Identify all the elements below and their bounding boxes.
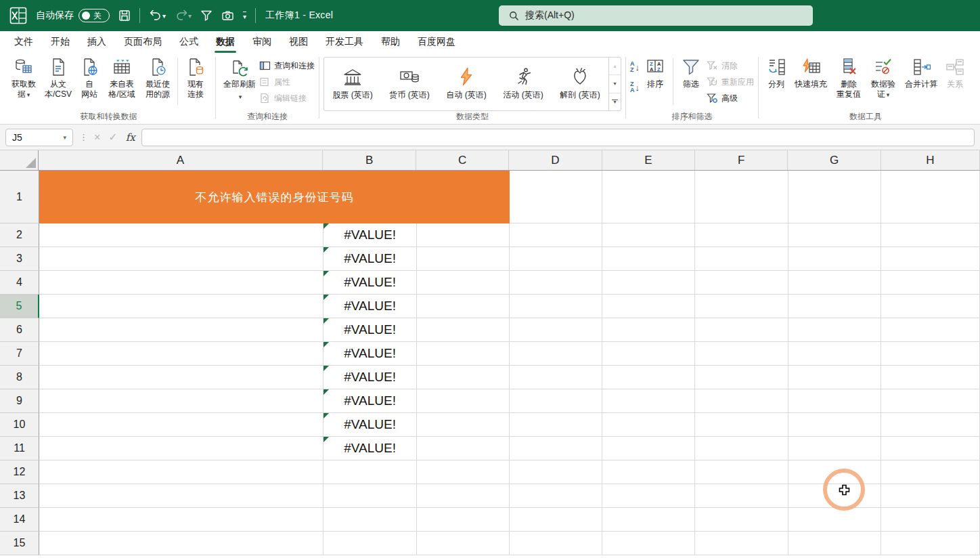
cell-H7[interactable] (881, 342, 980, 366)
text-to-columns-button[interactable]: 分列 (763, 56, 790, 89)
cell-A2[interactable] (39, 223, 324, 247)
data-type-activity[interactable]: 活动 (英语) (495, 58, 552, 110)
queries-connections-button[interactable]: 查询和连接 (259, 60, 315, 72)
cell-F10[interactable] (695, 413, 788, 437)
tab-baidu-netdisk[interactable]: 百度网盘 (409, 31, 464, 53)
cell-H1[interactable] (881, 171, 980, 223)
tab-formulas[interactable]: 公式 (171, 31, 207, 53)
cell-D8[interactable] (510, 366, 602, 389)
row-header-15[interactable]: 15 (0, 532, 39, 555)
cell-G13[interactable] (788, 484, 881, 508)
cell-F6[interactable] (695, 318, 788, 342)
row-header-13[interactable]: 13 (0, 484, 39, 508)
cell-E8[interactable] (602, 366, 695, 389)
refresh-all-button[interactable]: 全部刷新 ▾ (220, 56, 259, 102)
data-type-automatic[interactable]: 自动 (英语) (438, 58, 495, 110)
redo-button[interactable]: ▾ (175, 9, 192, 22)
cell-C5[interactable] (417, 295, 510, 318)
cell-C6[interactable] (417, 318, 510, 342)
cell-D11[interactable] (510, 437, 602, 460)
cell-F14[interactable] (695, 508, 788, 532)
cell-H15[interactable] (881, 532, 980, 555)
error-cell-B8[interactable]: #VALUE! (324, 366, 416, 389)
row-header-14[interactable]: 14 (0, 508, 39, 532)
cell-E3[interactable] (602, 247, 695, 271)
cell-H11[interactable] (881, 437, 980, 460)
tab-review[interactable]: 审阅 (244, 31, 280, 53)
cell-H14[interactable] (881, 508, 980, 532)
cell-D12[interactable] (510, 460, 602, 484)
cancel-entry-button[interactable]: × (94, 131, 100, 144)
gallery-scroll-up-button[interactable]: ▴ (609, 58, 621, 75)
cell-D4[interactable] (510, 271, 602, 295)
cell-D5[interactable] (510, 295, 602, 318)
cell-A10[interactable] (39, 413, 324, 437)
cell-G8[interactable] (788, 366, 881, 389)
cell-A12[interactable] (39, 460, 324, 484)
cell-B13[interactable] (324, 484, 416, 508)
column-header-G[interactable]: G (788, 150, 881, 170)
cell-D7[interactable] (510, 342, 602, 366)
cell-G5[interactable] (788, 295, 881, 318)
cell-E13[interactable] (602, 484, 695, 508)
cell-E12[interactable] (602, 460, 695, 484)
cell-C9[interactable] (417, 389, 510, 413)
cell-G3[interactable] (788, 247, 881, 271)
data-type-stocks[interactable]: 股票 (英语) (324, 58, 381, 110)
tab-insert[interactable]: 插入 (79, 31, 115, 53)
cell-A4[interactable] (39, 271, 324, 295)
cell-F4[interactable] (695, 271, 788, 295)
filter-button[interactable]: 筛选 (675, 56, 707, 89)
row-header-3[interactable]: 3 (0, 247, 39, 271)
insert-function-button[interactable]: fx (126, 131, 135, 144)
properties-button[interactable]: 属性 (259, 76, 315, 88)
column-header-E[interactable]: E (602, 150, 695, 170)
cell-G4[interactable] (788, 271, 881, 295)
reapply-filter-button[interactable]: 重新应用 (707, 76, 754, 88)
from-table-range-button[interactable]: 来自表 格/区域 (104, 56, 140, 100)
cell-C12[interactable] (417, 460, 510, 484)
advanced-filter-button[interactable]: 高级 (707, 92, 754, 104)
cell-F9[interactable] (695, 389, 788, 413)
cell-A15[interactable] (39, 532, 324, 555)
cell-D1[interactable] (510, 171, 602, 223)
edit-links-button[interactable]: 编辑链接 (259, 92, 315, 104)
cell-H4[interactable] (881, 271, 980, 295)
sort-ascending-button[interactable]: AZ↓ (630, 61, 640, 73)
cell-C13[interactable] (417, 484, 510, 508)
error-cell-B7[interactable]: #VALUE! (324, 342, 416, 366)
cell-F2[interactable] (695, 223, 788, 247)
row-header-2[interactable]: 2 (0, 223, 39, 247)
error-cell-B9[interactable]: #VALUE! (324, 389, 416, 413)
cell-F3[interactable] (695, 247, 788, 271)
data-type-currency[interactable]: 货币 (英语) (381, 58, 438, 110)
row-header-10[interactable]: 10 (0, 413, 39, 437)
cell-E9[interactable] (602, 389, 695, 413)
cell-C4[interactable] (417, 271, 510, 295)
from-web-button[interactable]: 自 网站 (75, 56, 104, 100)
cell-H13[interactable] (881, 484, 980, 508)
cell-D2[interactable] (510, 223, 602, 247)
tab-view[interactable]: 视图 (280, 31, 317, 53)
undo-button[interactable]: ▾ (149, 9, 166, 22)
confirm-entry-button[interactable]: ✓ (108, 131, 117, 144)
cell-A5[interactable] (39, 295, 324, 318)
cell-H6[interactable] (881, 318, 980, 342)
cell-A13[interactable] (39, 484, 324, 508)
cell-F11[interactable] (695, 437, 788, 460)
cell-F12[interactable] (695, 460, 788, 484)
cell-D13[interactable] (510, 484, 602, 508)
cell-B12[interactable] (324, 460, 416, 484)
tab-developer[interactable]: 开发工具 (317, 31, 372, 53)
data-validation-button[interactable]: 数据验 证▾ (866, 56, 901, 100)
cell-F7[interactable] (695, 342, 788, 366)
cell-D14[interactable] (510, 508, 602, 532)
cell-C7[interactable] (417, 342, 510, 366)
cell-D3[interactable] (510, 247, 602, 271)
cell-E7[interactable] (602, 342, 695, 366)
cell-A11[interactable] (39, 437, 324, 460)
save-button[interactable] (118, 9, 131, 22)
cell-E5[interactable] (602, 295, 695, 318)
excel-app-icon[interactable] (9, 7, 27, 24)
customize-qat-button[interactable]: ▾ (243, 12, 246, 20)
